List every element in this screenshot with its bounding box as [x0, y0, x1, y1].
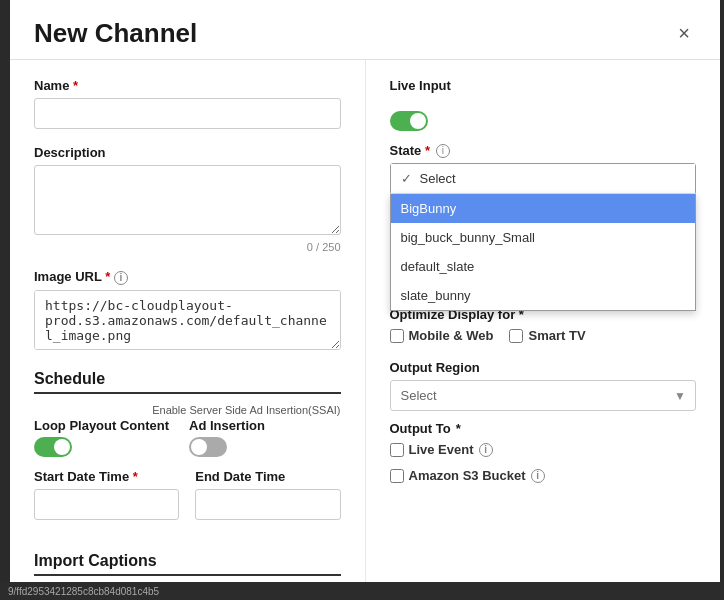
image-url-info-icon[interactable]: i	[114, 271, 128, 285]
status-bar: 9/ffd2953421285c8cb84d081c4b5	[0, 582, 724, 600]
mobile-web-option[interactable]: Mobile & Web	[390, 328, 494, 343]
state-label-row: State * i	[390, 143, 697, 158]
dropdown-list: BigBunny big_buck_bunny_Small default_sl…	[390, 194, 697, 311]
dropdown-item-default-slate[interactable]: default_slate	[391, 252, 696, 281]
modal-body: Name * Description 0 / 250 Image URL * i	[10, 60, 720, 600]
output-to-checkboxes: Live Event i Amazon S3 Bucket i	[390, 442, 697, 488]
end-date-input[interactable]	[195, 489, 340, 520]
modal-title: New Channel	[34, 18, 197, 49]
live-event-checkbox[interactable]	[390, 443, 404, 457]
end-date-group: End Date Time	[195, 469, 340, 520]
amazon-s3-checkbox[interactable]	[390, 469, 404, 483]
char-count: 0 / 250	[34, 241, 341, 253]
close-button[interactable]: ×	[672, 20, 696, 47]
ad-insertion-label: Ad Insertion	[189, 418, 265, 433]
live-input-toggle[interactable]	[390, 111, 428, 131]
image-url-label: Image URL * i	[34, 269, 341, 285]
dropdown-item-slate-bunny[interactable]: slate_bunny	[391, 281, 696, 310]
name-input[interactable]	[34, 98, 341, 129]
state-info-icon[interactable]: i	[436, 144, 450, 158]
image-url-input[interactable]: https://bc-cloudplayout-prod.s3.amazonaw…	[34, 290, 341, 350]
live-event-option[interactable]: Live Event i	[390, 442, 697, 457]
loop-label: Loop Playout Content	[34, 418, 169, 433]
import-captions-title: Import Captions	[34, 552, 341, 576]
amazon-s3-info-icon[interactable]: i	[531, 469, 545, 483]
loop-toggle[interactable]	[34, 437, 72, 457]
live-input-section: Live Input	[390, 78, 697, 93]
loop-group: Loop Playout Content	[34, 418, 169, 457]
mobile-web-checkbox[interactable]	[390, 329, 404, 343]
dropdown-selected: Select	[420, 171, 456, 186]
live-event-info-icon[interactable]: i	[479, 443, 493, 457]
status-text: 9/ffd2953421285c8cb84d081c4b5	[8, 586, 159, 597]
output-region-select-wrapper: Select ▼	[390, 380, 697, 411]
ssai-label: Enable Server Side Ad Insertion(SSAI)	[152, 404, 340, 416]
date-row: Start Date Time * End Date Time	[34, 469, 341, 536]
end-date-label: End Date Time	[195, 469, 340, 484]
description-label: Description	[34, 145, 341, 160]
image-url-group: Image URL * i https://bc-cloudplayout-pr…	[34, 269, 341, 354]
dropdown-header[interactable]: ✓ Select	[391, 164, 696, 194]
description-input[interactable]	[34, 165, 341, 235]
dropdown-item-bigtbunny[interactable]: BigBunny	[391, 194, 696, 223]
output-region-select[interactable]: Select	[390, 380, 697, 411]
state-dropdown[interactable]: ✓ Select BigBunny big_buck_bunny_Small d…	[390, 163, 697, 195]
dropdown-item-big-buck-small[interactable]: big_buck_bunny_Small	[391, 223, 696, 252]
smart-tv-checkbox[interactable]	[509, 329, 523, 343]
live-input-label: Live Input	[390, 78, 451, 93]
ad-insertion-toggle[interactable]	[189, 437, 227, 457]
description-group: Description 0 / 250	[34, 145, 341, 253]
right-column: Live Input State * i ✓ Select	[366, 60, 721, 600]
modal: New Channel × Name * Description 0 / 250	[10, 0, 720, 600]
schedule-section-title: Schedule	[34, 370, 341, 394]
left-column: Name * Description 0 / 250 Image URL * i	[10, 60, 366, 600]
modal-header: New Channel ×	[10, 0, 720, 60]
smart-tv-option[interactable]: Smart TV	[509, 328, 585, 343]
ad-insertion-group: Ad Insertion	[189, 418, 265, 457]
start-date-label: Start Date Time *	[34, 469, 179, 484]
start-date-group: Start Date Time *	[34, 469, 179, 520]
state-label: State *	[390, 143, 430, 158]
start-date-input[interactable]	[34, 489, 179, 520]
check-icon: ✓	[401, 171, 412, 186]
optimize-checkboxes: Mobile & Web Smart TV	[390, 328, 697, 348]
name-group: Name *	[34, 78, 341, 129]
modal-overlay: New Channel × Name * Description 0 / 250	[0, 0, 724, 600]
output-region-label: Output Region	[390, 360, 697, 375]
ad-insertion-row: Loop Playout Content Ad Insertion	[34, 418, 341, 457]
state-dropdown-container: ✓ Select BigBunny big_buck_bunny_Small d…	[390, 163, 697, 195]
output-to-label: Output To *	[390, 421, 697, 436]
amazon-s3-option[interactable]: Amazon S3 Bucket i	[390, 468, 697, 483]
name-label: Name *	[34, 78, 341, 93]
